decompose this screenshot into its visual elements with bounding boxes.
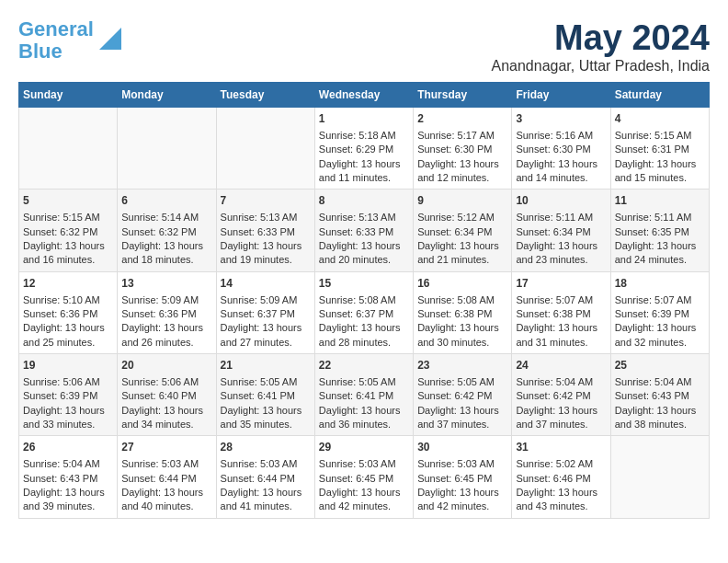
cell-3-1: 12Sunrise: 5:10 AMSunset: 6:36 PMDayligh… [19, 271, 118, 353]
daylight-text: Daylight: 13 hours and 37 minutes. [516, 404, 606, 432]
sunset-text: Sunset: 6:46 PM [516, 472, 606, 486]
day-number: 30 [417, 440, 507, 455]
day-number: 4 [615, 111, 705, 127]
sunset-text: Sunset: 6:38 PM [516, 307, 606, 321]
daylight-text: Daylight: 13 hours and 27 minutes. [221, 321, 311, 350]
title-block: May 2024 Anandnagar, Uttar Pradesh, Indi… [492, 18, 711, 75]
sunrise-text: Sunrise: 5:03 AM [121, 457, 211, 471]
day-number: 13 [121, 276, 211, 292]
day-number: 21 [221, 358, 311, 373]
sunset-text: Sunset: 6:32 PM [23, 225, 113, 239]
day-number: 3 [516, 111, 606, 127]
cell-1-5: 2Sunrise: 5:17 AMSunset: 6:30 PMDaylight… [414, 108, 512, 190]
day-number: 25 [615, 358, 705, 373]
sunset-text: Sunset: 6:36 PM [23, 307, 113, 321]
week-row-2: 5Sunrise: 5:15 AMSunset: 6:32 PMDaylight… [19, 190, 710, 271]
day-number: 22 [319, 358, 409, 373]
daylight-text: Daylight: 13 hours and 25 minutes. [23, 321, 113, 350]
sunrise-text: Sunrise: 5:04 AM [516, 375, 606, 389]
cell-2-4: 8Sunrise: 5:13 AMSunset: 6:33 PMDaylight… [314, 190, 413, 271]
cell-1-1 [19, 108, 118, 190]
day-number: 2 [417, 111, 507, 127]
daylight-text: Daylight: 13 hours and 16 minutes. [23, 239, 113, 268]
cell-1-6: 3Sunrise: 5:16 AMSunset: 6:30 PMDaylight… [512, 108, 610, 190]
daylight-text: Daylight: 13 hours and 42 minutes. [319, 486, 409, 514]
cell-4-3: 21Sunrise: 5:05 AMSunset: 6:41 PMDayligh… [216, 354, 314, 436]
daylight-text: Daylight: 13 hours and 28 minutes. [319, 321, 409, 350]
daylight-text: Daylight: 13 hours and 41 minutes. [221, 486, 311, 514]
cell-4-7: 25Sunrise: 5:04 AMSunset: 6:43 PMDayligh… [610, 354, 709, 436]
weekday-header-row: Sunday Monday Tuesday Wednesday Thursday… [19, 83, 710, 108]
sunset-text: Sunset: 6:39 PM [23, 389, 113, 403]
cell-3-4: 15Sunrise: 5:08 AMSunset: 6:37 PMDayligh… [314, 271, 413, 353]
week-row-3: 12Sunrise: 5:10 AMSunset: 6:36 PMDayligh… [19, 271, 710, 353]
sunrise-text: Sunrise: 5:08 AM [319, 293, 409, 307]
daylight-text: Daylight: 13 hours and 30 minutes. [417, 321, 507, 350]
cell-3-7: 18Sunrise: 5:07 AMSunset: 6:39 PMDayligh… [610, 271, 709, 353]
sunset-text: Sunset: 6:34 PM [516, 225, 606, 239]
sunrise-text: Sunrise: 5:10 AM [23, 293, 113, 307]
cell-1-4: 1Sunrise: 5:18 AMSunset: 6:29 PMDaylight… [314, 108, 413, 190]
day-number: 12 [23, 276, 113, 292]
daylight-text: Daylight: 13 hours and 19 minutes. [221, 239, 311, 268]
sunrise-text: Sunrise: 5:11 AM [615, 211, 705, 224]
header-saturday: Saturday [610, 83, 709, 108]
sunrise-text: Sunrise: 5:06 AM [121, 375, 211, 389]
day-number: 14 [221, 276, 311, 292]
day-number: 29 [319, 440, 409, 455]
sunset-text: Sunset: 6:37 PM [221, 307, 311, 321]
sunrise-text: Sunrise: 5:11 AM [516, 211, 606, 224]
cell-5-5: 30Sunrise: 5:03 AMSunset: 6:45 PMDayligh… [414, 436, 512, 518]
sunrise-text: Sunrise: 5:03 AM [221, 457, 311, 471]
sunset-text: Sunset: 6:38 PM [417, 307, 507, 321]
cell-1-2 [118, 108, 216, 190]
day-number: 26 [23, 440, 113, 455]
cell-5-6: 31Sunrise: 5:02 AMSunset: 6:46 PMDayligh… [512, 436, 610, 518]
sunrise-text: Sunrise: 5:13 AM [319, 211, 409, 224]
daylight-text: Daylight: 13 hours and 11 minutes. [319, 157, 409, 186]
daylight-text: Daylight: 13 hours and 15 minutes. [615, 157, 705, 186]
cell-2-3: 7Sunrise: 5:13 AMSunset: 6:33 PMDaylight… [216, 190, 314, 271]
cell-2-2: 6Sunrise: 5:14 AMSunset: 6:32 PMDaylight… [118, 190, 216, 271]
sunrise-text: Sunrise: 5:05 AM [221, 375, 311, 389]
sunrise-text: Sunrise: 5:03 AM [417, 457, 507, 471]
sunrise-text: Sunrise: 5:08 AM [417, 293, 507, 307]
week-row-1: 1Sunrise: 5:18 AMSunset: 6:29 PMDaylight… [19, 108, 710, 190]
day-number: 15 [319, 276, 409, 292]
sunset-text: Sunset: 6:45 PM [417, 472, 507, 486]
daylight-text: Daylight: 13 hours and 18 minutes. [121, 239, 211, 268]
daylight-text: Daylight: 13 hours and 33 minutes. [23, 404, 113, 432]
sunrise-text: Sunrise: 5:03 AM [319, 457, 409, 471]
sunrise-text: Sunrise: 5:13 AM [221, 211, 311, 224]
day-number: 20 [121, 358, 211, 373]
cell-3-3: 14Sunrise: 5:09 AMSunset: 6:37 PMDayligh… [216, 271, 314, 353]
sunset-text: Sunset: 6:33 PM [319, 225, 409, 239]
cell-3-6: 17Sunrise: 5:07 AMSunset: 6:38 PMDayligh… [512, 271, 610, 353]
cell-5-7 [610, 436, 709, 518]
header-monday: Monday [118, 83, 216, 108]
sunset-text: Sunset: 6:43 PM [615, 389, 705, 403]
main-title: May 2024 [492, 18, 711, 58]
daylight-text: Daylight: 13 hours and 26 minutes. [121, 321, 211, 350]
sunrise-text: Sunrise: 5:04 AM [615, 375, 705, 389]
daylight-text: Daylight: 13 hours and 37 minutes. [417, 404, 507, 432]
cell-1-7: 4Sunrise: 5:15 AMSunset: 6:31 PMDaylight… [610, 108, 709, 190]
cell-4-5: 23Sunrise: 5:05 AMSunset: 6:42 PMDayligh… [414, 354, 512, 436]
day-number: 6 [121, 193, 211, 209]
week-row-5: 26Sunrise: 5:04 AMSunset: 6:43 PMDayligh… [19, 436, 710, 518]
daylight-text: Daylight: 13 hours and 40 minutes. [121, 486, 211, 514]
cell-4-4: 22Sunrise: 5:05 AMSunset: 6:41 PMDayligh… [314, 354, 413, 436]
cell-3-2: 13Sunrise: 5:09 AMSunset: 6:36 PMDayligh… [118, 271, 216, 353]
sunrise-text: Sunrise: 5:14 AM [121, 211, 211, 224]
cell-2-7: 11Sunrise: 5:11 AMSunset: 6:35 PMDayligh… [610, 190, 709, 271]
day-number: 27 [121, 440, 211, 455]
day-number: 24 [516, 358, 606, 373]
logo-icon [96, 24, 121, 50]
sunset-text: Sunset: 6:45 PM [319, 472, 409, 486]
daylight-text: Daylight: 13 hours and 36 minutes. [319, 404, 409, 432]
daylight-text: Daylight: 13 hours and 12 minutes. [417, 157, 507, 186]
day-number: 10 [516, 193, 606, 209]
logo: GeneralBlue [18, 18, 121, 63]
sunset-text: Sunset: 6:32 PM [121, 225, 211, 239]
cell-2-5: 9Sunrise: 5:12 AMSunset: 6:34 PMDaylight… [414, 190, 512, 271]
